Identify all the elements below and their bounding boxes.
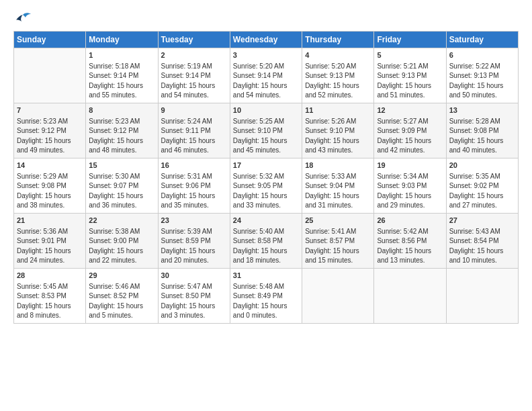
day-number: 7: [17, 105, 83, 116]
calendar-cell: 7Sunrise: 5:23 AMSunset: 9:12 PMDaylight…: [14, 103, 86, 158]
day-number: 26: [377, 216, 443, 226]
day-number: 13: [449, 105, 515, 116]
day-number: 2: [161, 50, 227, 61]
day-number: 5: [377, 50, 443, 61]
calendar-cell: 22Sunrise: 5:38 AMSunset: 9:00 PMDayligh…: [86, 213, 158, 268]
day-number: 1: [89, 50, 154, 61]
col-header-tuesday: Tuesday: [158, 32, 230, 48]
day-number: 11: [305, 105, 371, 116]
calendar-cell: 11Sunrise: 5:26 AMSunset: 9:10 PMDayligh…: [302, 103, 374, 158]
day-number: 12: [377, 105, 443, 116]
week-row-3: 14Sunrise: 5:29 AMSunset: 9:08 PMDayligh…: [14, 158, 519, 213]
logo-icon: [13, 12, 32, 27]
day-number: 22: [89, 216, 154, 226]
calendar-cell: 31Sunrise: 5:48 AMSunset: 8:49 PMDayligh…: [230, 268, 302, 323]
header-row-days: SundayMondayTuesdayWednesdayThursdayFrid…: [14, 32, 519, 48]
calendar-cell: 5Sunrise: 5:21 AMSunset: 9:13 PMDaylight…: [374, 48, 446, 103]
calendar-cell: 18Sunrise: 5:33 AMSunset: 9:04 PMDayligh…: [302, 158, 374, 213]
main-container: SundayMondayTuesdayWednesdayThursdayFrid…: [0, 0, 532, 330]
calendar-cell: 13Sunrise: 5:28 AMSunset: 9:08 PMDayligh…: [446, 103, 518, 158]
calendar-cell: 21Sunrise: 5:36 AMSunset: 9:01 PMDayligh…: [14, 213, 86, 268]
col-header-monday: Monday: [86, 32, 158, 48]
day-number: 9: [161, 105, 227, 116]
calendar-cell: [14, 48, 86, 103]
day-number: 8: [89, 105, 154, 116]
day-number: 16: [161, 161, 227, 171]
calendar-cell: 26Sunrise: 5:42 AMSunset: 8:56 PMDayligh…: [374, 213, 446, 268]
day-number: 24: [233, 216, 299, 226]
col-header-friday: Friday: [374, 32, 446, 48]
week-row-1: 1Sunrise: 5:18 AMSunset: 9:14 PMDaylight…: [14, 48, 519, 103]
week-row-2: 7Sunrise: 5:23 AMSunset: 9:12 PMDaylight…: [14, 103, 519, 158]
calendar-cell: 29Sunrise: 5:46 AMSunset: 8:52 PMDayligh…: [86, 268, 158, 323]
col-header-thursday: Thursday: [302, 32, 374, 48]
day-number: 31: [233, 271, 299, 281]
day-number: 17: [233, 161, 299, 171]
calendar-cell: [302, 268, 374, 323]
calendar-cell: 20Sunrise: 5:35 AMSunset: 9:02 PMDayligh…: [446, 158, 518, 213]
week-row-5: 28Sunrise: 5:45 AMSunset: 8:53 PMDayligh…: [14, 268, 519, 323]
calendar-cell: 3Sunrise: 5:20 AMSunset: 9:14 PMDaylight…: [230, 48, 302, 103]
col-header-wednesday: Wednesday: [230, 32, 302, 48]
day-number: 29: [89, 271, 154, 281]
calendar-cell: 17Sunrise: 5:32 AMSunset: 9:05 PMDayligh…: [230, 158, 302, 213]
col-header-sunday: Sunday: [14, 32, 86, 48]
calendar-cell: 4Sunrise: 5:20 AMSunset: 9:13 PMDaylight…: [302, 48, 374, 103]
day-number: 27: [449, 216, 515, 226]
day-number: 4: [305, 50, 371, 61]
calendar-cell: 24Sunrise: 5:40 AMSunset: 8:58 PMDayligh…: [230, 213, 302, 268]
calendar-cell: 12Sunrise: 5:27 AMSunset: 9:09 PMDayligh…: [374, 103, 446, 158]
week-row-4: 21Sunrise: 5:36 AMSunset: 9:01 PMDayligh…: [14, 213, 519, 268]
calendar-cell: 28Sunrise: 5:45 AMSunset: 8:53 PMDayligh…: [14, 268, 86, 323]
day-number: 25: [305, 216, 371, 226]
calendar-table: SundayMondayTuesdayWednesdayThursdayFrid…: [13, 31, 519, 324]
calendar-cell: 2Sunrise: 5:19 AMSunset: 9:14 PMDaylight…: [158, 48, 230, 103]
day-number: 10: [233, 105, 299, 116]
col-header-saturday: Saturday: [446, 32, 518, 48]
calendar-cell: 8Sunrise: 5:23 AMSunset: 9:12 PMDaylight…: [86, 103, 158, 158]
logo: [13, 12, 35, 27]
day-number: 23: [161, 216, 227, 226]
calendar-cell: 9Sunrise: 5:24 AMSunset: 9:11 PMDaylight…: [158, 103, 230, 158]
header-row: [13, 12, 519, 27]
calendar-cell: 15Sunrise: 5:30 AMSunset: 9:07 PMDayligh…: [86, 158, 158, 213]
calendar-cell: [446, 268, 518, 323]
day-number: 14: [17, 161, 83, 171]
calendar-cell: 25Sunrise: 5:41 AMSunset: 8:57 PMDayligh…: [302, 213, 374, 268]
calendar-cell: 30Sunrise: 5:47 AMSunset: 8:50 PMDayligh…: [158, 268, 230, 323]
day-number: 18: [305, 161, 371, 171]
calendar-cell: 16Sunrise: 5:31 AMSunset: 9:06 PMDayligh…: [158, 158, 230, 213]
day-number: 6: [449, 50, 515, 61]
day-number: 3: [233, 50, 299, 61]
day-number: 15: [89, 161, 154, 171]
calendar-cell: 10Sunrise: 5:25 AMSunset: 9:10 PMDayligh…: [230, 103, 302, 158]
calendar-cell: 27Sunrise: 5:43 AMSunset: 8:54 PMDayligh…: [446, 213, 518, 268]
day-number: 21: [17, 216, 83, 226]
calendar-cell: 23Sunrise: 5:39 AMSunset: 8:59 PMDayligh…: [158, 213, 230, 268]
day-number: 30: [161, 271, 227, 281]
day-number: 28: [17, 271, 83, 281]
calendar-cell: [374, 268, 446, 323]
calendar-cell: 6Sunrise: 5:22 AMSunset: 9:13 PMDaylight…: [446, 48, 518, 103]
calendar-cell: 1Sunrise: 5:18 AMSunset: 9:14 PMDaylight…: [86, 48, 158, 103]
calendar-cell: 14Sunrise: 5:29 AMSunset: 9:08 PMDayligh…: [14, 158, 86, 213]
calendar-cell: 19Sunrise: 5:34 AMSunset: 9:03 PMDayligh…: [374, 158, 446, 213]
day-number: 19: [377, 161, 443, 171]
day-number: 20: [449, 161, 515, 171]
